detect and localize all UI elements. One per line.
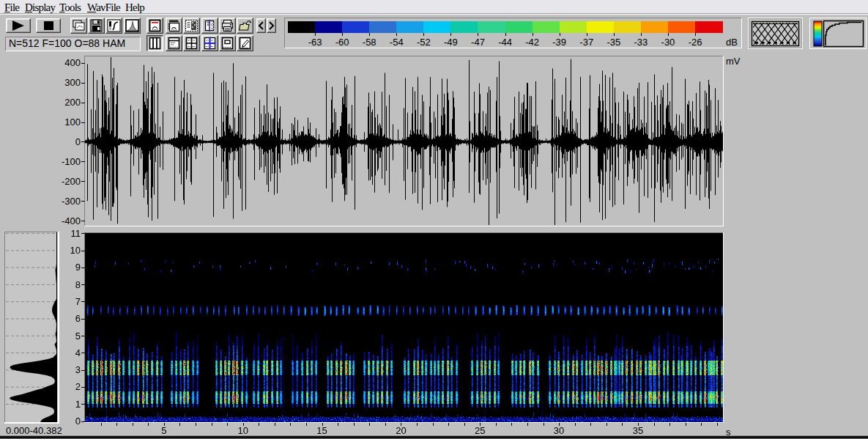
- svg-text:S: S: [210, 21, 216, 32]
